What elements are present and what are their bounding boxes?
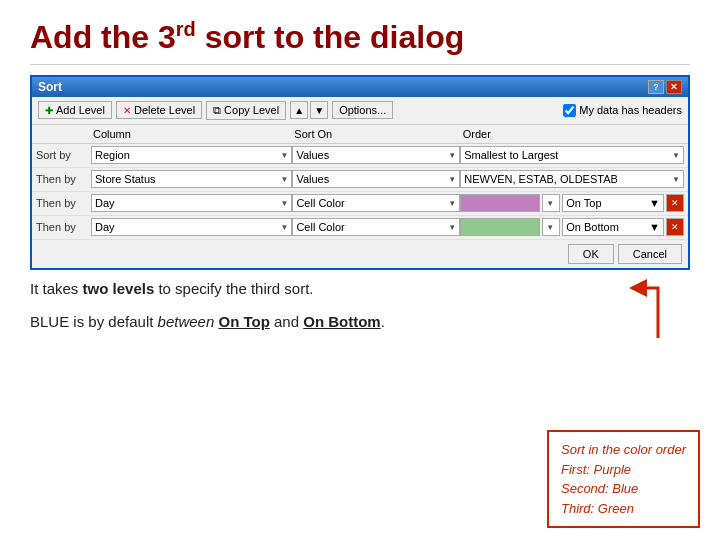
italic-text: between	[158, 313, 215, 330]
table-row: Then by Store Status▼ Values▼ NEWVEN, ES…	[32, 168, 688, 192]
delete-level-label: Delete Level	[134, 104, 195, 116]
add-level-label: Add Level	[56, 104, 105, 116]
page-title: Add the 3rd sort to the dialog	[30, 18, 690, 56]
table-row: Sort by Region▼ Values▼ Smallest to Larg…	[32, 144, 688, 168]
title-sup: rd	[176, 18, 196, 40]
table-row: Then by Day▼ Cell Color▼ ▼ On Bottom▼	[32, 216, 688, 240]
remove-row-3-button[interactable]: ✕	[666, 194, 684, 212]
info-line-4: Third: Green	[561, 499, 686, 519]
then-by-2-column-dropdown[interactable]: Day▼	[91, 194, 292, 212]
move-up-button[interactable]: ▲	[290, 101, 308, 119]
dialog-footer: OK Cancel	[32, 240, 688, 268]
sort-by-column-dropdown[interactable]: Region▼	[91, 146, 292, 164]
then-by-1-order-dropdown[interactable]: NEWVEN, ESTAB, OLDESTAB▼	[460, 170, 684, 188]
info-line-2: First: Purple	[561, 460, 686, 480]
dialog-title: Sort	[38, 80, 62, 94]
body-text-1: It takes two levels to specify the third…	[0, 270, 720, 303]
table-row: Then by Day▼ Cell Color▼ ▼ On Top▼ ✕	[32, 192, 688, 216]
cancel-button[interactable]: Cancel	[618, 244, 682, 264]
title-rest: sort to the dialog	[196, 19, 464, 55]
move-down-button[interactable]: ▼	[310, 101, 328, 119]
info-line-3: Second: Blue	[561, 479, 686, 499]
options-label: Options...	[339, 104, 386, 116]
body-text-2: BLUE is by default between On Top and On…	[0, 303, 720, 336]
title-divider	[30, 64, 690, 65]
close-button[interactable]: ✕	[666, 80, 682, 94]
purple-swatch	[460, 194, 540, 212]
copy-level-button[interactable]: ⧉ Copy Level	[206, 101, 286, 120]
info-box: Sort in the color order First: Purple Se…	[547, 430, 700, 528]
on-bottom-text: On Bottom	[303, 313, 380, 330]
then-by-2-sorton-dropdown[interactable]: Cell Color▼	[292, 194, 460, 212]
info-line-1: Sort in the color order	[561, 440, 686, 460]
column-header: Column	[91, 127, 292, 141]
bold-text: two levels	[83, 280, 155, 297]
headers-checkbox[interactable]	[563, 104, 576, 117]
copy-level-label: Copy Level	[224, 104, 279, 116]
then-by-1-column-dropdown[interactable]: Store Status▼	[91, 170, 292, 188]
dialog-titlebar: Sort ? ✕	[32, 77, 688, 97]
then-by-3-column-dropdown[interactable]: Day▼	[91, 218, 292, 236]
arrow-annotation	[628, 268, 668, 348]
dialog-wrapper: Sort ? ✕ ✚ Add Level ✕ Delete Level ⧉ Co…	[30, 75, 690, 270]
add-level-button[interactable]: ✚ Add Level	[38, 101, 112, 119]
sort-dialog: Sort ? ✕ ✚ Add Level ✕ Delete Level ⧉ Co…	[30, 75, 690, 270]
help-button[interactable]: ?	[648, 80, 664, 94]
title-main: Add the 3	[30, 19, 176, 55]
order-header: Order	[461, 127, 684, 141]
sort-by-order-dropdown[interactable]: Smallest to Largest▼	[460, 146, 684, 164]
then-by-1-sorton-dropdown[interactable]: Values▼	[292, 170, 460, 188]
then-by-3-sorton-dropdown[interactable]: Cell Color▼	[292, 218, 460, 236]
options-button[interactable]: Options...	[332, 101, 393, 119]
ok-button[interactable]: OK	[568, 244, 614, 264]
add-icon: ✚	[45, 105, 53, 116]
on-bottom-dropdown[interactable]: On Bottom▼	[562, 218, 664, 236]
color-order-dropdown-green[interactable]: ▼	[542, 218, 560, 236]
delete-level-button[interactable]: ✕ Delete Level	[116, 101, 202, 119]
on-top-text: On Top	[218, 313, 269, 330]
green-swatch	[460, 218, 540, 236]
on-top-dropdown[interactable]: On Top▼	[562, 194, 664, 212]
remove-row-4-button[interactable]: ✕	[666, 218, 684, 236]
title-area: Add the 3rd sort to the dialog	[0, 0, 720, 64]
copy-icon: ⧉	[213, 104, 221, 117]
sort-by-sorton-dropdown[interactable]: Values▼	[292, 146, 460, 164]
dialog-controls: ? ✕	[648, 80, 682, 94]
table-header: Column Sort On Order	[32, 125, 688, 144]
color-order-dropdown-purple[interactable]: ▼	[542, 194, 560, 212]
headers-checkbox-area: My data has headers	[563, 104, 682, 117]
dialog-toolbar: ✚ Add Level ✕ Delete Level ⧉ Copy Level …	[32, 97, 688, 125]
delete-icon: ✕	[123, 105, 131, 116]
sorton-header: Sort On	[292, 127, 460, 141]
sort-arrows: ▲ ▼	[290, 101, 328, 119]
headers-checkbox-label: My data has headers	[579, 104, 682, 116]
